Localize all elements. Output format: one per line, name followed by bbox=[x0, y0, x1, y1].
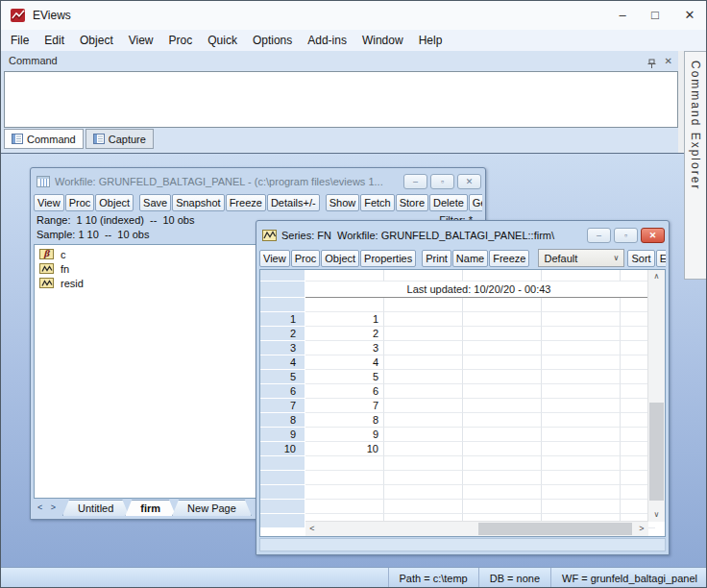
close-panel-icon[interactable]: ✕ bbox=[665, 51, 672, 71]
cell[interactable] bbox=[463, 413, 542, 428]
cell[interactable] bbox=[305, 456, 384, 471]
cell[interactable] bbox=[384, 428, 463, 442]
cell[interactable] bbox=[542, 312, 621, 327]
cell[interactable] bbox=[384, 485, 463, 500]
cell[interactable] bbox=[305, 471, 384, 485]
cell[interactable] bbox=[463, 298, 542, 312]
page-tab-untitled[interactable]: Untitled bbox=[62, 500, 129, 516]
cell[interactable] bbox=[384, 456, 463, 471]
page-tab-newpage[interactable]: New Page bbox=[172, 500, 252, 516]
cell[interactable] bbox=[542, 341, 621, 355]
menu-quick[interactable]: Quick bbox=[200, 30, 245, 51]
proc-button[interactable]: Proc bbox=[291, 250, 321, 267]
vertical-scrollbar-thumb[interactable] bbox=[649, 403, 664, 501]
cell[interactable]: 1 bbox=[305, 312, 384, 327]
cell[interactable] bbox=[463, 471, 542, 485]
properties-button[interactable]: Properties bbox=[360, 250, 416, 267]
command-input[interactable] bbox=[4, 71, 678, 128]
cell[interactable] bbox=[463, 384, 542, 399]
menu-options[interactable]: Options bbox=[245, 30, 300, 51]
horizontal-scrollbar-thumb[interactable] bbox=[478, 523, 632, 535]
horizontal-scrollbar[interactable]: < > bbox=[305, 521, 648, 536]
page-tab-firm[interactable]: firm bbox=[125, 500, 176, 516]
object-button[interactable]: Object bbox=[321, 250, 359, 267]
freeze-button[interactable]: Freeze bbox=[226, 194, 266, 211]
cell[interactable] bbox=[305, 485, 384, 500]
maximize-button[interactable]: □ bbox=[639, 1, 671, 29]
series-restore-button[interactable]: ▫ bbox=[614, 228, 638, 243]
cell[interactable]: 3 bbox=[305, 341, 384, 355]
menu-window[interactable]: Window bbox=[354, 30, 411, 51]
cell[interactable] bbox=[542, 428, 621, 442]
series-window[interactable]: Series: FN Workfile: GRUNFELD_BALTAGI_PA… bbox=[256, 220, 670, 555]
cell[interactable] bbox=[463, 485, 542, 500]
view-button[interactable]: View bbox=[259, 250, 290, 267]
cell[interactable] bbox=[542, 471, 621, 485]
cell[interactable] bbox=[463, 456, 542, 471]
cell[interactable]: 7 bbox=[305, 399, 384, 413]
cell[interactable] bbox=[463, 341, 542, 355]
cell[interactable] bbox=[542, 500, 621, 514]
cell[interactable] bbox=[463, 428, 542, 442]
workfile-close-button[interactable]: ✕ bbox=[457, 174, 481, 189]
workfile-minimize-button[interactable]: – bbox=[403, 174, 427, 189]
freeze-button[interactable]: Freeze bbox=[489, 250, 529, 267]
cell[interactable]: 6 bbox=[305, 384, 384, 399]
cell[interactable] bbox=[384, 341, 463, 355]
delete-button[interactable]: Delete bbox=[429, 194, 468, 211]
cell[interactable] bbox=[542, 298, 621, 312]
cell[interactable]: 5 bbox=[305, 370, 384, 384]
close-button[interactable]: ✕ bbox=[673, 1, 706, 29]
cell[interactable] bbox=[463, 442, 542, 456]
cell[interactable] bbox=[463, 312, 542, 327]
cell[interactable] bbox=[384, 370, 463, 384]
store-button[interactable]: Store bbox=[396, 194, 428, 211]
proc-button[interactable]: Proc bbox=[65, 194, 95, 211]
workfile-restore-button[interactable]: ▫ bbox=[430, 174, 454, 189]
cell[interactable] bbox=[542, 485, 621, 500]
display-format-dropdown[interactable]: Default ∨ bbox=[538, 249, 624, 267]
cell[interactable] bbox=[542, 370, 621, 384]
cell[interactable]: 2 bbox=[305, 327, 384, 341]
genr-button[interactable]: Genr bbox=[469, 194, 482, 211]
name-button[interactable]: Name bbox=[452, 250, 488, 267]
scroll-down-icon[interactable]: ∨ bbox=[648, 508, 665, 522]
series-spreadsheet[interactable]: Last updated: 10/20/20 - 00:43 1 1 2 2 bbox=[259, 269, 666, 537]
cell[interactable] bbox=[542, 384, 621, 399]
cell[interactable] bbox=[542, 456, 621, 471]
scroll-left-icon[interactable]: < bbox=[305, 522, 319, 536]
object-button[interactable]: Object bbox=[95, 194, 134, 211]
menu-view[interactable]: View bbox=[121, 30, 161, 51]
cell[interactable] bbox=[542, 442, 621, 456]
series-titlebar[interactable]: Series: FN Workfile: GRUNFELD_BALTAGI_PA… bbox=[259, 224, 666, 247]
cell[interactable] bbox=[542, 413, 621, 428]
show-button[interactable]: Show bbox=[326, 194, 360, 211]
command-explorer-tab[interactable]: Command Explorer bbox=[684, 51, 707, 280]
print-button[interactable]: Print bbox=[422, 250, 451, 267]
cell[interactable]: 8 bbox=[305, 413, 384, 428]
series-close-button[interactable]: ✕ bbox=[641, 228, 665, 243]
cell[interactable] bbox=[384, 413, 463, 428]
cell[interactable] bbox=[463, 355, 542, 370]
fetch-button[interactable]: Fetch bbox=[360, 194, 395, 211]
cell[interactable] bbox=[384, 442, 463, 456]
menu-proc[interactable]: Proc bbox=[161, 30, 201, 51]
menu-file[interactable]: File bbox=[3, 30, 37, 51]
cell[interactable] bbox=[384, 471, 463, 485]
cell[interactable] bbox=[463, 370, 542, 384]
tab-capture[interactable]: Capture bbox=[85, 129, 154, 149]
cell[interactable]: 4 bbox=[305, 355, 384, 370]
tab-scroll-arrows[interactable]: < > bbox=[37, 502, 59, 512]
details-button[interactable]: Details+/- bbox=[267, 194, 320, 211]
cell[interactable] bbox=[463, 327, 542, 341]
snapshot-button[interactable]: Snapshot bbox=[172, 194, 224, 211]
cell[interactable] bbox=[542, 355, 621, 370]
edit-button[interactable]: Edit+/- bbox=[656, 250, 666, 267]
cell[interactable] bbox=[542, 327, 621, 341]
menu-edit[interactable]: Edit bbox=[37, 30, 72, 51]
scroll-right-icon[interactable]: > bbox=[635, 522, 648, 536]
cell[interactable] bbox=[463, 399, 542, 413]
cell[interactable]: 9 bbox=[305, 428, 384, 442]
cell[interactable]: 10 bbox=[305, 442, 384, 456]
cell[interactable] bbox=[384, 500, 463, 514]
